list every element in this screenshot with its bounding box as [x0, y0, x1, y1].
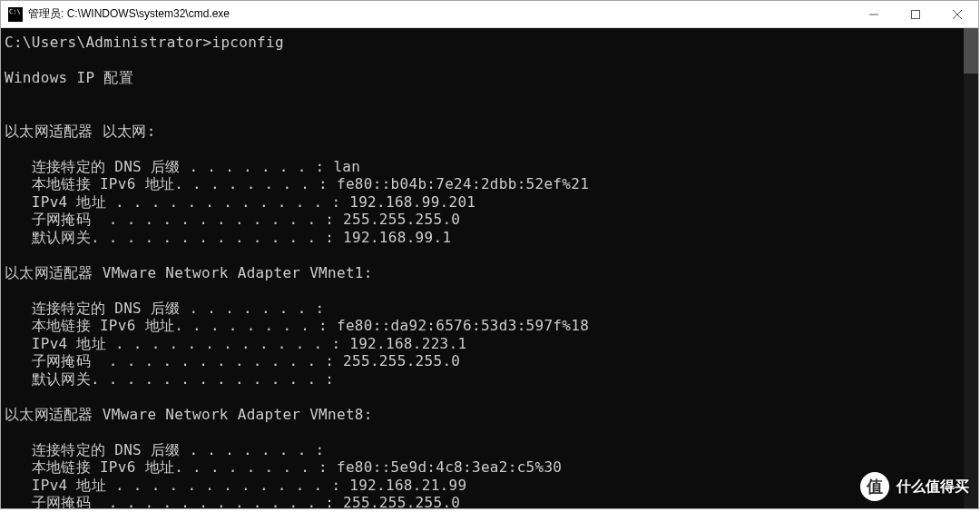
terminal-line: 本地链接 IPv6 地址. . . . . . . . : fe80::5e9d… — [5, 458, 975, 477]
terminal-line — [5, 140, 975, 158]
terminal-line — [5, 281, 975, 300]
watermark-text: 什么值得买 — [897, 478, 969, 497]
cmd-window: 管理员: C:\WINDOWS\system32\cmd.exe C:\User… — [0, 0, 979, 509]
terminal-line — [5, 423, 975, 441]
terminal-line: 以太网适配器 以太网: — [5, 123, 975, 141]
terminal-line: 以太网适配器 VMware Network Adapter VMnet8: — [5, 406, 975, 424]
terminal-line: C:\Users\Administrator>ipconfig — [5, 34, 975, 52]
watermark: 值 什么值得买 — [860, 472, 969, 501]
watermark-icon: 值 — [860, 472, 889, 501]
terminal-line — [5, 388, 975, 406]
terminal-line: 默认网关. . . . . . . . . . . . . : — [5, 370, 975, 389]
watermark-symbol: 值 — [867, 476, 883, 497]
titlebar[interactable]: 管理员: C:\WINDOWS\system32\cmd.exe — [1, 1, 978, 28]
scrollbar-thumb[interactable] — [964, 28, 978, 74]
terminal-line: 默认网关. . . . . . . . . . . . . : 192.168.… — [5, 229, 975, 247]
terminal-line: IPv4 地址 . . . . . . . . . . . . : 192.16… — [5, 193, 975, 212]
terminal-output[interactable]: C:\Users\Administrator>ipconfig Windows … — [1, 28, 978, 508]
terminal-line: 子网掩码 . . . . . . . . . . . . : 255.255.2… — [5, 352, 975, 370]
terminal-line — [5, 87, 975, 105]
terminal-line: 连接特定的 DNS 后缀 . . . . . . . : lan — [5, 158, 975, 176]
terminal-line: 子网掩码 . . . . . . . . . . . . : 255.255.2… — [5, 494, 975, 508]
terminal-line: IPv4 地址 . . . . . . . . . . . . : 192.16… — [5, 477, 975, 495]
window-controls — [853, 1, 978, 27]
window-title: 管理员: C:\WINDOWS\system32\cmd.exe — [28, 6, 853, 22]
terminal-line: 子网掩码 . . . . . . . . . . . . : 255.255.2… — [5, 211, 975, 229]
minimize-button[interactable] — [853, 1, 895, 28]
terminal-line: Windows IP 配置 — [5, 69, 975, 87]
cmd-icon — [8, 7, 23, 22]
terminal-line: 连接特定的 DNS 后缀 . . . . . . . : — [5, 300, 975, 318]
scrollbar[interactable] — [964, 28, 978, 508]
terminal-line: 以太网适配器 VMware Network Adapter VMnet1: — [5, 264, 975, 282]
terminal-line: 本地链接 IPv6 地址. . . . . . . . : fe80::da92… — [5, 317, 975, 335]
terminal-line: 本地链接 IPv6 地址. . . . . . . . : fe80::b04b… — [5, 175, 975, 193]
terminal-line — [5, 104, 975, 123]
close-button[interactable] — [936, 1, 978, 28]
maximize-button[interactable] — [895, 1, 936, 28]
terminal-line — [5, 52, 975, 70]
terminal-line: IPv4 地址 . . . . . . . . . . . . : 192.16… — [5, 335, 975, 353]
svg-rect-1 — [912, 11, 920, 19]
terminal-line — [5, 246, 975, 264]
terminal-line: 连接特定的 DNS 后缀 . . . . . . . : — [5, 441, 975, 459]
